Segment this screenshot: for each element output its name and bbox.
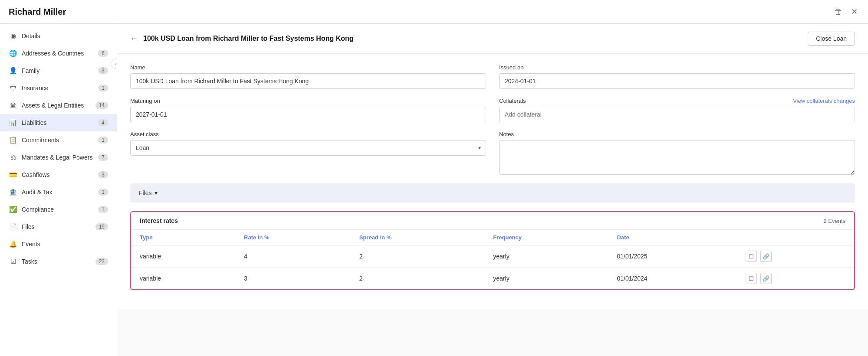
collaterals-field-group: Collaterals View collaterals changes bbox=[499, 98, 855, 122]
sidebar-item-label: Addresses & Countries bbox=[22, 50, 84, 57]
sidebar-item-liabilities[interactable]: 📊 Liabilities 4 bbox=[0, 114, 117, 131]
sidebar-item-label: Cashflows bbox=[22, 171, 50, 178]
cell-spread: 2 bbox=[351, 245, 485, 268]
app-title: Richard Miller bbox=[9, 7, 66, 17]
issued-on-input[interactable] bbox=[499, 73, 855, 89]
events-count: 2 Events bbox=[823, 218, 845, 224]
col-actions bbox=[737, 230, 854, 245]
sidebar-item-audit-tax[interactable]: 🏦 Audit & Tax 1 bbox=[0, 183, 117, 201]
sidebar-item-events[interactable]: 🔔 Events bbox=[0, 235, 117, 253]
collaterals-header-row: Collaterals View collaterals changes bbox=[499, 98, 855, 104]
sidebar-item-files[interactable]: 📄 Files 19 bbox=[0, 218, 117, 235]
col-frequency: Frequency bbox=[484, 230, 608, 245]
addresses-badge: 6 bbox=[98, 50, 108, 57]
compliance-icon: ✅ bbox=[9, 205, 17, 214]
sidebar-item-family[interactable]: 👤 Family 3 bbox=[0, 62, 117, 79]
sidebar-item-insurance[interactable]: 🛡 Insurance 1 bbox=[0, 79, 117, 97]
sidebar-item-label: Compliance bbox=[22, 206, 54, 213]
sidebar-item-addresses-countries[interactable]: 🌐 Addresses & Countries 6 bbox=[0, 45, 117, 62]
insurance-icon: 🛡 bbox=[9, 84, 17, 92]
sidebar-item-compliance[interactable]: ✅ Compliance 1 bbox=[0, 201, 117, 218]
attach-row-button[interactable]: 🔗 bbox=[760, 251, 772, 262]
collaterals-input[interactable] bbox=[499, 107, 855, 122]
view-collaterals-link[interactable]: View collaterals changes bbox=[793, 98, 855, 104]
maturing-on-input[interactable] bbox=[130, 107, 486, 122]
sidebar-item-label: Audit & Tax bbox=[22, 189, 53, 196]
commitments-icon: 📋 bbox=[9, 136, 17, 144]
panel-title: 100k USD Loan from Richard Miller to Fas… bbox=[143, 35, 354, 42]
sidebar: ‹ ◉ Details 🌐 Addresses & Countries 6 👤 … bbox=[0, 24, 117, 356]
sidebar-item-tasks[interactable]: ☑ Tasks 23 bbox=[0, 253, 117, 270]
sidebar-item-commitments[interactable]: 📋 Commitments 1 bbox=[0, 131, 117, 149]
sidebar-item-label: Insurance bbox=[22, 85, 48, 91]
cashflows-badge: 3 bbox=[98, 171, 108, 178]
maturing-on-field-group: Maturing on bbox=[130, 98, 486, 122]
name-input[interactable] bbox=[130, 73, 486, 89]
assets-icon: 🏛 bbox=[9, 101, 17, 110]
files-section[interactable]: Files ▾ bbox=[130, 183, 855, 202]
notes-textarea[interactable] bbox=[499, 140, 855, 175]
detail-panel: ← 100k USD Loan from Richard Miller to F… bbox=[117, 24, 868, 309]
sidebar-item-assets-legal[interactable]: 🏛 Assets & Legal Entities 14 bbox=[0, 97, 117, 114]
cell-date: 01/01/2024 bbox=[608, 268, 737, 290]
close-button[interactable]: ✕ bbox=[849, 5, 859, 18]
cell-type: variable bbox=[131, 268, 235, 290]
col-spread: Spread in % bbox=[351, 230, 485, 245]
details-icon: ◉ bbox=[9, 32, 17, 40]
insurance-badge: 1 bbox=[98, 85, 108, 91]
cell-rate: 4 bbox=[235, 245, 351, 268]
files-label: Files bbox=[139, 189, 152, 196]
sidebar-item-label: Events bbox=[22, 241, 40, 248]
asset-class-select[interactable]: Loan bbox=[130, 140, 486, 156]
events-icon: 🔔 bbox=[9, 240, 17, 248]
issued-on-label: Issued on bbox=[499, 64, 855, 71]
cell-frequency: yearly bbox=[484, 268, 608, 290]
sidebar-item-details[interactable]: ◉ Details bbox=[0, 27, 117, 45]
sidebar-item-label: Commitments bbox=[22, 137, 59, 144]
tasks-badge: 23 bbox=[95, 258, 108, 265]
interest-rates-header: Interest rates 2 Events bbox=[131, 212, 854, 229]
app-header: Richard Miller 🗑 ✕ bbox=[0, 0, 868, 24]
notes-field-group: Notes bbox=[499, 131, 855, 175]
interest-rates-title: Interest rates bbox=[140, 217, 178, 224]
sidebar-item-label: Mandates & Legal Powers bbox=[22, 154, 92, 161]
table-header-row: Type Rate in % Spread in % Frequency Dat… bbox=[131, 230, 854, 245]
panel-header-left: ← 100k USD Loan from Richard Miller to F… bbox=[130, 34, 354, 43]
asset-class-label: Asset class bbox=[130, 131, 486, 137]
name-label: Name bbox=[130, 64, 486, 71]
tasks-icon: ☑ bbox=[9, 257, 17, 266]
delete-button[interactable]: 🗑 bbox=[833, 6, 844, 18]
sidebar-item-label: Assets & Legal Entities bbox=[22, 102, 84, 109]
copy-row-button[interactable]: ☐ bbox=[746, 273, 757, 284]
assets-badge: 14 bbox=[95, 102, 108, 109]
name-field-group: Name bbox=[130, 64, 486, 89]
copy-row-button[interactable]: ☐ bbox=[746, 251, 757, 262]
close-loan-button[interactable]: Close Loan bbox=[808, 32, 855, 46]
commitments-badge: 1 bbox=[98, 137, 108, 144]
liabilities-badge: 4 bbox=[98, 119, 108, 126]
cell-type: variable bbox=[131, 245, 235, 268]
panel-body: Name Issued on Maturing on bbox=[117, 54, 868, 309]
family-icon: 👤 bbox=[9, 66, 17, 75]
col-rate: Rate in % bbox=[235, 230, 351, 245]
back-button[interactable]: ← bbox=[130, 34, 138, 43]
mandates-badge: 7 bbox=[98, 154, 108, 161]
addresses-icon: 🌐 bbox=[9, 49, 17, 58]
col-date: Date bbox=[608, 230, 737, 245]
sidebar-item-label: Liabilities bbox=[22, 119, 47, 126]
cell-spread: 2 bbox=[351, 268, 485, 290]
audit-icon: 🏦 bbox=[9, 188, 17, 196]
interest-rates-section: Interest rates 2 Events Type Rate in % S… bbox=[130, 211, 855, 290]
cell-date: 01/01/2025 bbox=[608, 245, 737, 268]
table-row: variable 3 2 yearly 01/01/2024 ☐ 🔗 bbox=[131, 268, 854, 290]
panel-header: ← 100k USD Loan from Richard Miller to F… bbox=[117, 24, 868, 54]
sidebar-item-label: Details bbox=[22, 33, 40, 39]
cell-actions: ☐ 🔗 bbox=[737, 268, 854, 290]
maturing-on-label: Maturing on bbox=[130, 98, 486, 104]
sidebar-item-cashflows[interactable]: 💳 Cashflows 3 bbox=[0, 166, 117, 183]
cell-frequency: yearly bbox=[484, 245, 608, 268]
sidebar-item-mandates-legal[interactable]: ⚖ Mandates & Legal Powers 7 bbox=[0, 149, 117, 166]
attach-row-button[interactable]: 🔗 bbox=[760, 273, 772, 284]
family-badge: 3 bbox=[98, 67, 108, 74]
files-badge: 19 bbox=[95, 223, 108, 230]
